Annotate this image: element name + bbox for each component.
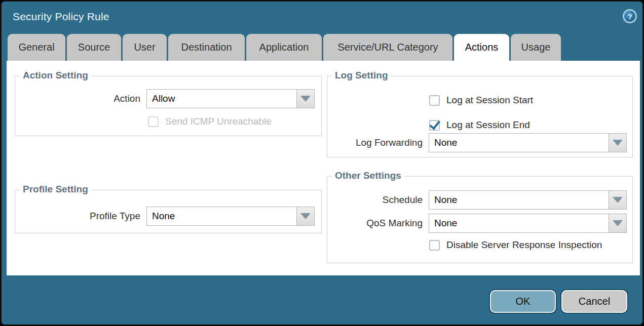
send-icmp-row: Send ICMP Unreachable xyxy=(148,116,272,127)
tab-application[interactable]: Application xyxy=(246,34,322,61)
action-dropdown-value[interactable]: Allow xyxy=(146,89,297,108)
tab-service-url-category[interactable]: Service/URL Category xyxy=(323,34,452,61)
dialog-title: Security Policy Rule xyxy=(13,11,109,23)
security-policy-rule-dialog: Security Policy Rule ? General Source Us… xyxy=(0,0,644,326)
profile-setting-legend: Profile Setting xyxy=(20,184,91,195)
chevron-down-icon xyxy=(613,220,623,226)
send-icmp-label: Send ICMP Unreachable xyxy=(165,116,272,127)
log-forwarding-label: Log Forwarding xyxy=(327,133,423,152)
schedule-dropdown[interactable]: None xyxy=(429,190,627,210)
profile-type-dropdown-button[interactable] xyxy=(297,207,315,226)
log-setting-group: Log Setting Log at Session Start Log at … xyxy=(327,76,633,157)
other-settings-group: Other Settings Schedule None QoS Marking… xyxy=(327,176,633,263)
log-forwarding-dropdown-value[interactable]: None xyxy=(429,133,609,152)
tab-source[interactable]: Source xyxy=(67,34,121,61)
dsri-row: Disable Server Response Inspection xyxy=(429,239,602,251)
help-icon-glyph: ? xyxy=(627,12,632,21)
tab-usage[interactable]: Usage xyxy=(511,34,561,61)
content-panel: Action Setting Action Allow Send ICMP Un… xyxy=(7,61,640,275)
action-setting-legend: Action Setting xyxy=(20,70,91,81)
help-icon[interactable]: ? xyxy=(623,9,637,23)
cancel-button[interactable]: Cancel xyxy=(561,290,627,313)
profile-type-dropdown-value[interactable]: None xyxy=(146,207,297,226)
tab-general[interactable]: General xyxy=(8,34,65,61)
dsri-label: Disable Server Response Inspection xyxy=(446,239,602,251)
profile-type-dropdown[interactable]: None xyxy=(146,207,315,226)
log-session-start-label: Log at Session Start xyxy=(446,95,533,106)
log-setting-legend: Log Setting xyxy=(332,70,391,81)
schedule-label: Schedule xyxy=(327,190,423,210)
log-forwarding-dropdown[interactable]: None xyxy=(429,133,627,152)
send-icmp-checkbox[interactable] xyxy=(148,116,159,127)
schedule-dropdown-value[interactable]: None xyxy=(429,190,609,210)
log-session-start-checkbox[interactable] xyxy=(429,95,440,106)
chevron-down-icon xyxy=(613,197,623,203)
qos-marking-dropdown-value[interactable]: None xyxy=(429,214,609,233)
log-session-start-row: Log at Session Start xyxy=(429,95,533,106)
qos-marking-label: QoS Marking xyxy=(327,214,423,233)
log-session-end-row: Log at Session End xyxy=(429,119,530,131)
profile-type-label: Profile Type xyxy=(15,207,140,226)
chevron-down-icon xyxy=(300,96,311,102)
action-setting-group: Action Setting Action Allow Send ICMP Un… xyxy=(15,76,322,136)
tab-destination[interactable]: Destination xyxy=(168,34,245,61)
action-dropdown[interactable]: Allow xyxy=(146,89,315,108)
action-label: Action xyxy=(15,89,140,108)
schedule-dropdown-button[interactable] xyxy=(609,190,627,210)
action-dropdown-button[interactable] xyxy=(297,89,315,108)
log-session-end-label: Log at Session End xyxy=(446,119,530,131)
other-settings-legend: Other Settings xyxy=(332,170,404,181)
qos-marking-dropdown-button[interactable] xyxy=(609,214,627,233)
profile-setting-group: Profile Setting Profile Type None xyxy=(15,190,322,233)
qos-marking-dropdown[interactable]: None xyxy=(429,214,627,233)
chevron-down-icon xyxy=(613,140,623,146)
tab-user[interactable]: User xyxy=(123,34,167,61)
chevron-down-icon xyxy=(300,213,311,219)
ok-button[interactable]: OK xyxy=(490,290,556,313)
tab-bar: General Source User Destination Applicat… xyxy=(8,34,561,61)
log-session-end-checkbox[interactable] xyxy=(429,120,440,131)
log-forwarding-dropdown-button[interactable] xyxy=(609,133,627,152)
dsri-checkbox[interactable] xyxy=(429,240,440,251)
tab-actions[interactable]: Actions xyxy=(454,34,509,61)
